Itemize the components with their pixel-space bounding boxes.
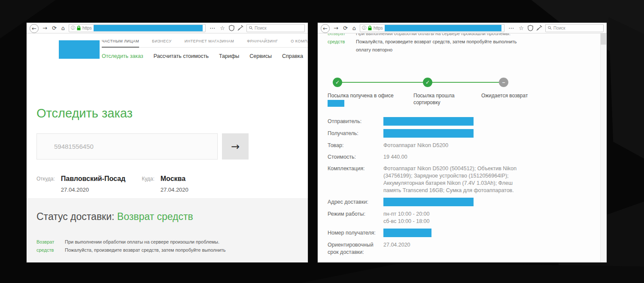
subnav-track-order[interactable]: Отследить заказ bbox=[102, 53, 143, 59]
check-icon: ✓ bbox=[423, 78, 432, 87]
forward-icon[interactable]: → bbox=[333, 25, 339, 31]
status-note-text: При выполнении обработки оплаты на серве… bbox=[65, 239, 298, 245]
delivery-status-section: Статус доставки: Возврат средств Возврат… bbox=[27, 198, 308, 262]
browser-toolbar: ← → ⟳ ⌂ ⓘ https ⋯ ☆ bbox=[318, 23, 607, 33]
from-group: Павловский-Посад 27.04.2020 bbox=[61, 175, 125, 193]
browser-window-right: ← → ⟳ ⌂ ⓘ https ⋯ ☆ bbox=[318, 23, 607, 262]
browser-search-box[interactable] bbox=[545, 24, 604, 32]
redacted-recipient-phone bbox=[383, 229, 431, 237]
redacted-office-name bbox=[328, 100, 344, 107]
page-content: Возврат При выполнении обработки оплаты … bbox=[318, 33, 607, 262]
tracking-submit-button[interactable]: → bbox=[222, 133, 249, 160]
status-value: Возврат средств bbox=[117, 211, 193, 222]
site-info-icon[interactable]: ⓘ bbox=[362, 25, 366, 31]
from-city: Павловский-Посад bbox=[61, 175, 125, 183]
site-header: ЧАСТНЫМ ЛИЦАМ БИЗНЕСУ ИНТЕРНЕТ МАГАЗИНАМ… bbox=[27, 33, 308, 59]
subnav-services[interactable]: Сервисы bbox=[249, 53, 272, 59]
from-label: Откуда: bbox=[36, 175, 55, 193]
reload-icon[interactable]: ⟳ bbox=[342, 25, 349, 31]
refund-note-text: оплату повторно bbox=[356, 47, 568, 53]
progress-line bbox=[333, 82, 504, 83]
scrollbar-thumb[interactable] bbox=[601, 33, 606, 45]
home-icon[interactable]: ⌂ bbox=[352, 25, 357, 31]
url-bar[interactable]: ⓘ https bbox=[360, 24, 504, 32]
detail-row-recipient-phone: Номер получателя: bbox=[328, 229, 529, 237]
page-actions-icon[interactable]: ⋯ bbox=[507, 25, 515, 31]
detail-row-working-hours: Режим работы: пн-пт 10:00 - 20:00 сб-вс … bbox=[328, 211, 529, 225]
back-icon[interactable]: ← bbox=[30, 24, 39, 33]
browser-search-input[interactable] bbox=[553, 26, 601, 30]
page-content: ЧАСТНЫМ ЛИЦАМ БИЗНЕСУ ИНТЕРНЕТ МАГАЗИНАМ… bbox=[27, 33, 308, 262]
status-label: Статус доставки: bbox=[36, 211, 114, 222]
to-group: Москва 27.04.2020 bbox=[161, 175, 188, 193]
redacted-delivery-address bbox=[383, 198, 474, 206]
refund-note: Возврат При выполнении обработки оплаты … bbox=[328, 33, 568, 53]
redacted-sender bbox=[383, 117, 474, 126]
wallpaper-polygon bbox=[301, 262, 644, 283]
search-icon bbox=[548, 26, 552, 30]
subnav-calc-cost[interactable]: Рассчитать стоимость bbox=[153, 53, 209, 59]
bookmark-star-icon[interactable]: ☆ bbox=[518, 25, 525, 31]
package-contents-value: Фотоаппарат Nikon D5200 (5004512); Объек… bbox=[383, 165, 517, 194]
detail-row-cost: Стоимость: 19 440.00 bbox=[328, 154, 529, 161]
shipment-progress-tracker: ✓ ✓ – Посылка получена в офисе Посылка п… bbox=[328, 78, 525, 115]
status-note: Возврат При выполнении обработки оплаты … bbox=[36, 239, 298, 253]
redacted-site-logo[interactable] bbox=[59, 40, 100, 59]
site-info-icon[interactable]: ⓘ bbox=[71, 25, 75, 31]
detail-row-product: Товар: Фотоаппарат Nikon D5200 bbox=[328, 142, 529, 149]
tracking-number-input[interactable] bbox=[36, 133, 218, 160]
redacted-url bbox=[94, 25, 203, 31]
nav-item-about[interactable]: О КОМПАНИИ bbox=[291, 39, 308, 43]
browser-search-input[interactable] bbox=[255, 26, 302, 30]
step-label-sorted: Посылка прошла сортировку bbox=[413, 92, 461, 106]
nav-item-franchising[interactable]: ФРАНЧАЙЗИНГ bbox=[247, 39, 278, 43]
refund-note-text: При выполнении обработки оплаты на серве… bbox=[356, 33, 568, 36]
broom-icon[interactable] bbox=[237, 25, 243, 31]
to-date: 27.04.2020 bbox=[161, 187, 188, 193]
home-icon[interactable]: ⌂ bbox=[61, 25, 66, 31]
to-city: Москва bbox=[161, 175, 188, 183]
product-value: Фотоаппарат Nikon D5200 bbox=[383, 142, 517, 149]
browser-window-left: ← → ⟳ ⌂ ⓘ https ⋯ ☆ bbox=[27, 23, 308, 262]
order-details: Отправитель: Получатель: Товар: Фотоаппа… bbox=[328, 118, 529, 256]
status-note-label: средств bbox=[36, 247, 64, 253]
detail-row-recipient: Получатель: bbox=[328, 130, 529, 138]
sub-nav: Отследить заказ Рассчитать стоимость Тар… bbox=[102, 48, 308, 59]
page-title: Отследить заказ bbox=[36, 106, 133, 120]
dash-icon: – bbox=[499, 78, 508, 87]
browser-search-box[interactable] bbox=[246, 24, 305, 32]
bookmark-star-icon[interactable]: ☆ bbox=[219, 25, 226, 31]
forward-icon[interactable]: → bbox=[42, 25, 48, 31]
reload-icon[interactable]: ⟳ bbox=[51, 25, 58, 31]
lock-icon bbox=[77, 26, 81, 30]
subnav-tariffs[interactable]: Тарифы bbox=[219, 53, 239, 59]
page-actions-icon[interactable]: ⋯ bbox=[209, 25, 216, 31]
shield-icon[interactable] bbox=[229, 25, 234, 31]
status-note-text: Пожалуйста, произведите возврат средств,… bbox=[65, 247, 298, 253]
scrollbar[interactable] bbox=[600, 33, 607, 262]
delivery-status-line: Статус доставки: Возврат средств bbox=[36, 211, 298, 223]
redacted-recipient bbox=[383, 129, 474, 138]
check-icon: ✓ bbox=[333, 78, 342, 87]
estimated-delivery-value: 27.04.2020 bbox=[383, 241, 517, 256]
detail-row-package-contents: Комплектация: Фотоаппарат Nikon D5200 (5… bbox=[328, 165, 529, 194]
tracking-form: → bbox=[36, 133, 249, 160]
search-icon bbox=[249, 26, 253, 30]
detail-row-estimated-delivery: Ориентировочный срок доставки: 27.04.202… bbox=[328, 241, 529, 256]
refund-note-label: средств bbox=[328, 39, 355, 45]
back-icon[interactable]: ← bbox=[321, 24, 330, 33]
main-nav: ЧАСТНЫМ ЛИЦАМ БИЗНЕСУ ИНТЕРНЕТ МАГАЗИНАМ… bbox=[102, 33, 308, 48]
url-bar[interactable]: ⓘ https bbox=[69, 24, 206, 32]
broom-icon[interactable] bbox=[536, 25, 542, 31]
url-text: https bbox=[82, 26, 92, 30]
nav-item-private[interactable]: ЧАСТНЫМ ЛИЦАМ bbox=[102, 39, 139, 43]
to-label: Куда: bbox=[142, 175, 155, 193]
refund-note-label: Возврат bbox=[328, 33, 355, 36]
working-hours-weekend: сб-вс 10:00 - 18:00 bbox=[383, 218, 517, 225]
subnav-help[interactable]: Справка bbox=[282, 53, 303, 59]
shield-icon[interactable] bbox=[528, 25, 533, 31]
route-summary: Откуда: Павловский-Посад 27.04.2020 Куда… bbox=[36, 175, 188, 193]
status-note-label: Возврат bbox=[36, 239, 64, 245]
nav-item-business[interactable]: БИЗНЕСУ bbox=[152, 39, 172, 43]
nav-item-online-stores[interactable]: ИНТЕРНЕТ МАГАЗИНАМ bbox=[185, 39, 234, 43]
